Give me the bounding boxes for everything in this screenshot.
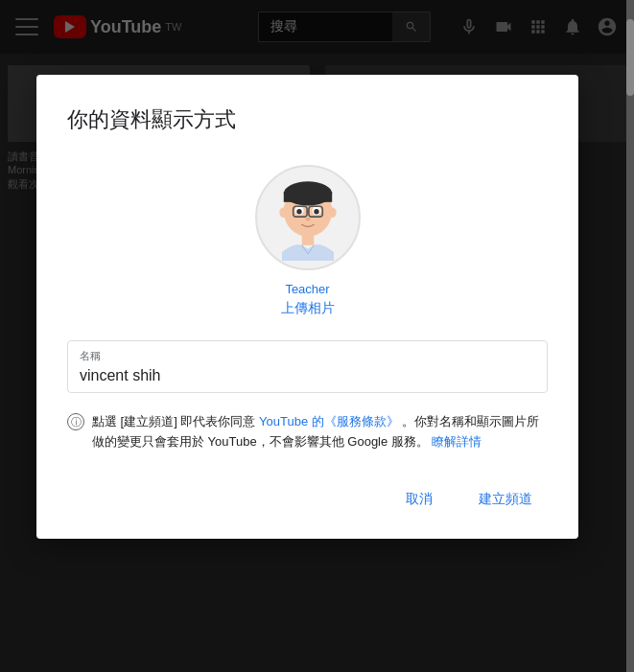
svg-point-3 [279, 207, 288, 218]
svg-point-7 [296, 209, 301, 214]
name-input[interactable] [80, 367, 535, 384]
scrollbar[interactable] [626, 0, 634, 672]
avatar-circle [255, 165, 361, 270]
info-icon: ⓘ [67, 413, 84, 430]
modal-title: 你的資料顯示方式 [67, 105, 548, 134]
terms-text: 點選 [建立頻道] 即代表你同意 YouTube 的《服務條款》 。你對名稱和顯… [92, 412, 548, 452]
avatar-section: Teacher 上傳相片 [67, 165, 548, 317]
scrollbar-thumb[interactable] [626, 19, 634, 96]
create-channel-button[interactable]: 建立頻道 [463, 483, 548, 516]
name-input-group: 名稱 [67, 340, 548, 393]
modal-actions: 取消 建立頻道 [67, 483, 548, 516]
avatar-label: Teacher [285, 282, 329, 296]
svg-point-4 [327, 207, 336, 218]
terms-link[interactable]: YouTube 的《服務條款》 [259, 414, 399, 429]
svg-rect-13 [301, 235, 314, 245]
svg-point-12 [305, 218, 310, 221]
terms-prefix: 點選 [建立頻道] 即代表你同意 [92, 414, 255, 429]
upload-photo-link[interactable]: 上傳相片 [281, 300, 335, 317]
cancel-button[interactable]: 取消 [390, 483, 448, 516]
avatar-image [265, 174, 351, 261]
channel-creation-modal: 你的資料顯示方式 [36, 75, 578, 539]
learn-more-link[interactable]: 瞭解詳情 [432, 434, 481, 449]
terms-section: ⓘ 點選 [建立頻道] 即代表你同意 YouTube 的《服務條款》 。你對名稱… [67, 412, 548, 452]
name-field-label: 名稱 [80, 349, 535, 363]
svg-rect-2 [283, 192, 331, 202]
svg-point-8 [314, 209, 318, 214]
name-field-section: 名稱 [67, 340, 548, 393]
